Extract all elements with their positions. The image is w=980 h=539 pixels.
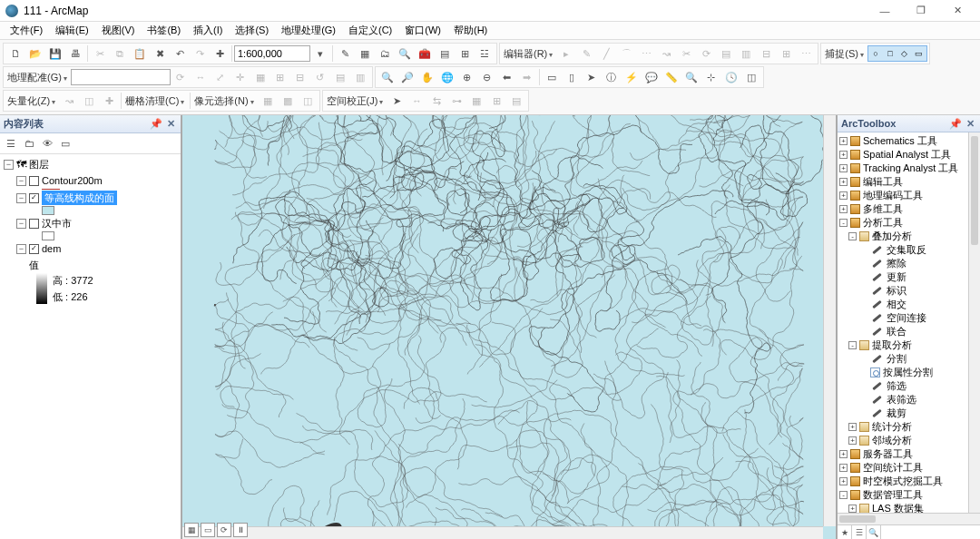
- python-icon[interactable]: ▤: [436, 44, 454, 63]
- georef-dropdown[interactable]: 地理配准(G): [5, 71, 71, 84]
- sa-attr-icon[interactable]: ▤: [507, 92, 525, 110]
- cell-c-icon[interactable]: ◫: [299, 92, 317, 110]
- select-elements-icon[interactable]: ➤: [583, 68, 601, 86]
- full-extent-icon[interactable]: 🌐: [438, 68, 456, 86]
- edit-tool-icon[interactable]: ✎: [577, 44, 595, 63]
- copy-icon[interactable]: ⧉: [111, 44, 129, 63]
- paste-icon[interactable]: 📋: [131, 44, 149, 63]
- refresh-view-icon[interactable]: ⟳: [217, 523, 231, 537]
- vec-shape-icon[interactable]: ◫: [80, 92, 98, 110]
- vectorize-dropdown[interactable]: 矢量化(Z): [5, 94, 59, 108]
- identify-icon[interactable]: ⓘ: [603, 68, 621, 86]
- toc-list-visibility-icon[interactable]: 👁: [39, 135, 55, 152]
- results-icon[interactable]: ☳: [475, 44, 494, 63]
- menu-view[interactable]: 视图(V): [95, 22, 142, 39]
- toolbox-item[interactable]: 擦除: [839, 257, 980, 270]
- search-icon[interactable]: 🔍: [396, 44, 414, 63]
- georef-scale-icon[interactable]: ⤢: [211, 68, 230, 86]
- toolbox-item[interactable]: 裁剪: [839, 407, 980, 420]
- sa-view-icon[interactable]: ▦: [467, 92, 485, 110]
- toolbox-item[interactable]: 相交: [839, 298, 980, 311]
- toolbox-item[interactable]: -叠加分析: [839, 230, 980, 243]
- edit-reshape-icon[interactable]: ↝: [657, 44, 675, 63]
- menu-bookmarks[interactable]: 书签(B): [141, 22, 187, 39]
- layout-view-tab[interactable]: ▭: [201, 523, 215, 537]
- open-icon[interactable]: 📂: [26, 44, 44, 63]
- georef-autoadjust-icon[interactable]: ⊞: [271, 68, 289, 86]
- toc-list-source-icon[interactable]: 🗀: [21, 135, 37, 152]
- toc-pin-icon[interactable]: 📌: [150, 118, 162, 131]
- toolbox-item[interactable]: +邻域分析: [839, 434, 980, 447]
- arctoolbox-scroll-vertical[interactable]: [968, 132, 980, 513]
- toc-layer-polygon[interactable]: −✓等高线构成的面: [16, 190, 179, 206]
- spatialadj-dropdown[interactable]: 空间校正(J): [325, 94, 387, 108]
- edit-pointer-icon[interactable]: ▸: [557, 44, 575, 63]
- toolbox-item[interactable]: +空间统计工具: [839, 461, 980, 475]
- arctoolbox-tree[interactable]: +Schematics 工具+Spatial Analyst 工具+Tracki…: [838, 132, 980, 513]
- georef-reset-icon[interactable]: ↺: [311, 68, 329, 86]
- map-scroll-horizontal[interactable]: [182, 526, 823, 539]
- georef-rotate-icon[interactable]: ⟳: [172, 68, 190, 86]
- scale-input[interactable]: [234, 45, 310, 62]
- scale-dropdown-icon[interactable]: ▾: [311, 44, 329, 63]
- toc-close-icon[interactable]: ✕: [164, 118, 177, 131]
- toolbox-item[interactable]: -提取分析: [839, 338, 980, 352]
- arctoolbox-tab-fav[interactable]: ★: [838, 525, 852, 539]
- toc-list-drawing-icon[interactable]: ☰: [3, 135, 19, 152]
- hyperlink-icon[interactable]: ⚡: [622, 68, 641, 86]
- arctoolbox-pin-icon[interactable]: 📌: [949, 117, 962, 130]
- editor-toolbar-icon[interactable]: ✎: [336, 44, 354, 63]
- fixed-zoom-out-icon[interactable]: ⊖: [478, 68, 496, 86]
- menu-window[interactable]: 窗口(W): [398, 22, 447, 39]
- georef-shift-icon[interactable]: ↔: [191, 68, 210, 86]
- zoom-out-icon[interactable]: 🔎: [398, 68, 416, 86]
- toolbox-item[interactable]: 联合: [839, 325, 980, 338]
- arctoolbox-scroll-horizontal[interactable]: [838, 513, 980, 524]
- vec-trace-icon[interactable]: ↝: [60, 92, 78, 110]
- toolbox-item[interactable]: +多维工具: [839, 202, 980, 216]
- toolbox-item[interactable]: 按属性分割: [839, 366, 980, 379]
- toc-layer-dem[interactable]: −✓dem: [16, 240, 179, 257]
- fixed-zoom-in-icon[interactable]: ⊕: [458, 68, 476, 86]
- arctoolbox-icon[interactable]: 🧰: [416, 44, 434, 63]
- save-icon[interactable]: 💾: [46, 44, 64, 63]
- toolbox-item[interactable]: +地理编码工具: [839, 189, 980, 202]
- print-icon[interactable]: 🖶: [66, 44, 84, 63]
- toolbox-item[interactable]: +Schematics 工具: [839, 134, 980, 148]
- sa-link-icon[interactable]: ↔: [407, 92, 426, 110]
- editor-dropdown[interactable]: 编辑器(R): [502, 47, 556, 61]
- map-canvas[interactable]: [182, 115, 836, 539]
- georef-layer-combo[interactable]: [71, 69, 171, 85]
- findxy-icon[interactable]: ⊹: [702, 68, 720, 86]
- next-extent-icon[interactable]: ➡: [518, 68, 536, 86]
- toc-icon[interactable]: ▦: [356, 44, 374, 63]
- menu-insert[interactable]: 插入(I): [187, 22, 229, 39]
- georef-b-icon[interactable]: ▥: [351, 68, 369, 86]
- edit-split-icon[interactable]: ⊟: [757, 44, 775, 63]
- sa-edge-icon[interactable]: ⊞: [487, 92, 505, 110]
- edit-merge-icon[interactable]: ⊞: [777, 44, 795, 63]
- vec-gen-icon[interactable]: ✚: [100, 92, 118, 110]
- sa-select-icon[interactable]: ➤: [387, 92, 406, 110]
- cell-b-icon[interactable]: ▩: [279, 92, 297, 110]
- modelbuilder-icon[interactable]: ⊞: [456, 44, 474, 63]
- menu-customize[interactable]: 自定义(C): [342, 22, 398, 39]
- sa-mlink-icon[interactable]: ⇆: [427, 92, 446, 110]
- edit-vertex-icon[interactable]: ⋯: [637, 44, 655, 63]
- toolbox-item[interactable]: +时空模式挖掘工具: [839, 475, 980, 488]
- snapping-dropdown[interactable]: 捕捉(S): [823, 47, 867, 61]
- menu-file[interactable]: 文件(F): [4, 22, 49, 39]
- sa-limlink-icon[interactable]: ⊶: [447, 92, 466, 110]
- select-features-icon[interactable]: ▭: [543, 68, 561, 86]
- edit-sketch-icon[interactable]: ▥: [737, 44, 755, 63]
- toolbox-item[interactable]: -分析工具: [839, 216, 980, 230]
- edit-attrib-icon[interactable]: ▤: [717, 44, 735, 63]
- cellselect-dropdown[interactable]: 像元选择(N): [192, 94, 257, 108]
- zoom-in-icon[interactable]: 🔍: [378, 68, 397, 86]
- cell-a-icon[interactable]: ▦: [259, 92, 277, 110]
- edit-more-icon[interactable]: ⋯: [797, 44, 815, 63]
- toolbox-item[interactable]: 筛选: [839, 379, 980, 393]
- arctoolbox-close-icon[interactable]: ✕: [964, 117, 976, 130]
- toolbox-item[interactable]: +统计分析: [839, 420, 980, 434]
- toolbox-item[interactable]: 表筛选: [839, 393, 980, 407]
